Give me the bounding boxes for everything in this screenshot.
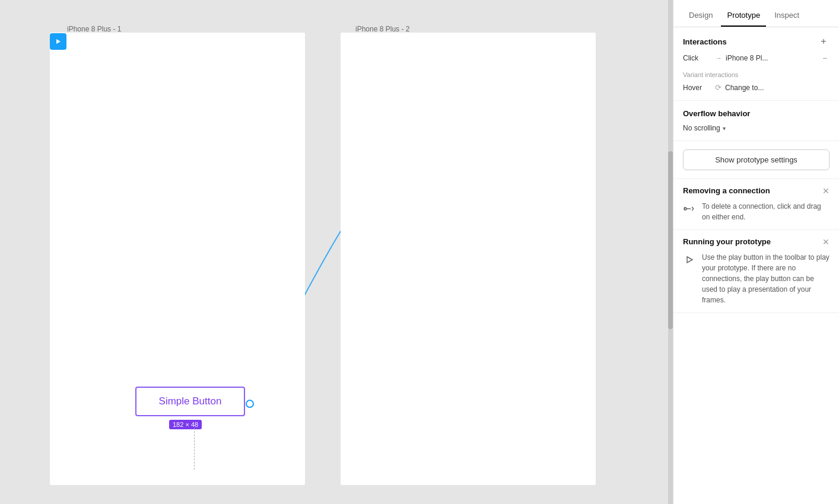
removing-connection-close-button[interactable]: ✕ (822, 187, 830, 195)
prototype-settings-section: Show prototype settings (673, 141, 839, 179)
play-icon (55, 38, 62, 45)
overflow-select[interactable]: No scrolling ▾ (683, 124, 830, 132)
scrollbar-thumb[interactable] (668, 151, 673, 329)
hover-interaction-row: Hover ⟳ Change to... (683, 83, 830, 92)
scrollbar-track[interactable] (668, 0, 673, 504)
running-prototype-body: Use the play button in the toolbar to pl… (683, 252, 830, 305)
svg-marker-0 (56, 39, 61, 44)
play-tip-icon (683, 253, 696, 266)
connection-dot[interactable] (246, 400, 254, 408)
running-prototype-title: Running your prototype (683, 237, 771, 246)
tab-bar: Design Prototype Inspect (673, 0, 839, 27)
tab-inspect[interactable]: Inspect (768, 5, 805, 27)
removing-connection-section: Removing a connection ✕ To delete a conn… (673, 179, 839, 230)
removing-connection-header: Removing a connection ✕ (683, 186, 830, 195)
chevron-down-icon: ▾ (723, 125, 726, 132)
overflow-title: Overflow behavior (683, 109, 750, 118)
tab-prototype[interactable]: Prototype (721, 5, 766, 27)
running-prototype-header: Running your prototype ✕ (683, 237, 830, 246)
interactions-header: Interactions + (683, 36, 830, 47)
drag-connection-icon (683, 202, 696, 215)
variant-interactions-section: Variant interactions Hover ⟳ Change to..… (683, 71, 830, 92)
interactions-title: Interactions (683, 37, 727, 46)
removing-connection-description: To delete a connection, click and drag o… (702, 201, 830, 222)
svg-marker-6 (687, 257, 692, 263)
overflow-value: No scrolling (683, 124, 720, 132)
frame2-label: iPhone 8 Plus - 2 (355, 25, 409, 33)
tab-design[interactable]: Design (683, 5, 719, 27)
svg-line-4 (692, 209, 694, 210)
removing-connection-body: To delete a connection, click and drag o… (683, 201, 830, 222)
arrow-icon: → (715, 54, 722, 62)
hover-trigger[interactable]: Hover (683, 84, 711, 92)
running-prototype-section: Running your prototype ✕ Use the play bu… (673, 230, 839, 313)
canvas-area: iPhone 8 Plus - 1 Simple Button 182 × 48… (0, 0, 673, 504)
running-prototype-close-button[interactable]: ✕ (822, 238, 830, 246)
play-button[interactable] (50, 33, 66, 50)
add-interaction-button[interactable]: + (818, 36, 830, 47)
alignment-line (194, 428, 195, 470)
right-panel: Design Prototype Inspect Interactions + … (673, 0, 839, 504)
interaction-target[interactable]: iPhone 8 Pl... (726, 54, 816, 62)
overflow-header: Overflow behavior (683, 109, 830, 118)
click-interaction-row: Click → iPhone 8 Pl... − (683, 53, 830, 63)
show-prototype-settings-button[interactable]: Show prototype settings (683, 149, 830, 170)
running-prototype-description: Use the play button in the toolbar to pl… (702, 252, 830, 305)
interactions-section: Interactions + Click → iPhone 8 Pl... − … (673, 27, 839, 101)
simple-button-label: Simple Button (159, 395, 222, 407)
refresh-icon: ⟳ (715, 83, 722, 92)
removing-connection-title: Removing a connection (683, 186, 770, 195)
frame1-label: iPhone 8 Plus - 1 (67, 25, 121, 33)
frame2-box (341, 33, 596, 485)
hover-action[interactable]: Change to... (725, 84, 830, 92)
svg-line-3 (692, 207, 694, 209)
remove-interaction-button[interactable]: − (820, 53, 830, 63)
variant-interactions-label: Variant interactions (683, 71, 830, 78)
click-trigger[interactable]: Click (683, 54, 711, 62)
simple-button[interactable]: Simple Button (135, 387, 245, 416)
overflow-behavior-section: Overflow behavior No scrolling ▾ (673, 101, 839, 141)
dimension-label: 182 × 48 (169, 420, 202, 429)
frame1-box: Simple Button (50, 33, 305, 485)
